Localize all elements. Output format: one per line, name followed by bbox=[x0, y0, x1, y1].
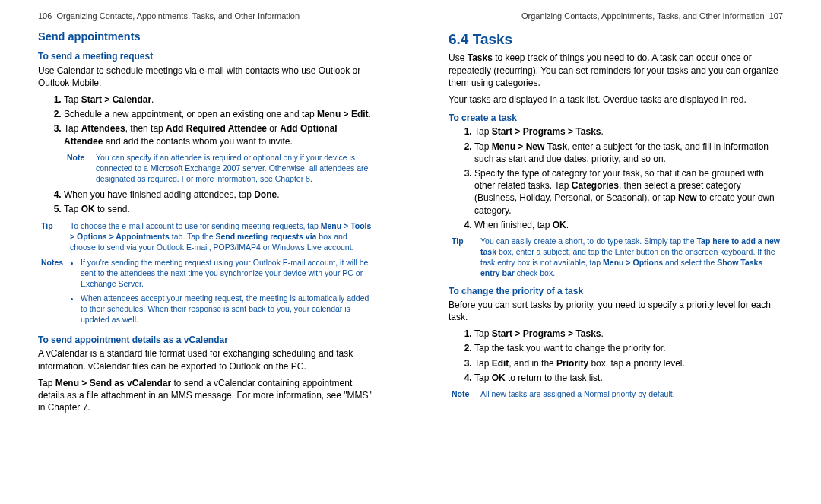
tip-label: Tip bbox=[38, 220, 70, 253]
list-item: Tap OK to send. bbox=[64, 203, 372, 215]
list-item: Tap Attendees, then tap Add Required Att… bbox=[64, 122, 372, 147]
list-item: When finished, tap OK. bbox=[474, 219, 783, 231]
list-item: Tap Start > Calendar. bbox=[64, 94, 372, 106]
page-header-left: 106 Organizing Contacts, Appointments, T… bbox=[38, 11, 372, 22]
tip-block: Tip You can easily create a short, to-do… bbox=[449, 236, 783, 279]
list-item: Tap OK to return to the task list. bbox=[474, 372, 783, 384]
tip-body: To choose the e-mail account to use for … bbox=[70, 220, 372, 253]
note-bullet: If you're sending the meeting request us… bbox=[81, 257, 372, 290]
list-item: Tap Edit, and in the Priority box, tap a… bbox=[474, 357, 783, 369]
notes-label: Notes bbox=[38, 257, 70, 328]
list-item: Tap Start > Programs > Tasks. bbox=[474, 125, 783, 138]
page-left: 106 Organizing Contacts, Appointments, T… bbox=[0, 0, 410, 504]
heading-meeting-request: To send a meeting request bbox=[38, 50, 372, 62]
body-text: Before you can sort tasks by priority, y… bbox=[449, 299, 783, 323]
steps-list: Tap Start > Programs > Tasks. Tap Menu >… bbox=[449, 125, 783, 231]
note-body: You can specify if an attendee is requir… bbox=[96, 152, 372, 185]
notes-body: If you're sending the meeting request us… bbox=[70, 257, 372, 328]
heading-create-task: To create a task bbox=[449, 112, 783, 124]
heading-vcalendar: To send appointment details as a vCalend… bbox=[38, 334, 372, 346]
page-number: 107 bbox=[769, 11, 783, 21]
steps-list: Tap Start > Calendar. Schedule a new app… bbox=[38, 94, 372, 147]
list-item: Tap the task you want to change the prio… bbox=[474, 342, 783, 354]
chapter-title: Organizing Contacts, Appointments, Tasks… bbox=[521, 11, 765, 21]
note-block: Note All new tasks are assigned a Normal… bbox=[449, 388, 783, 399]
tip-body: You can easily create a short, to-do typ… bbox=[480, 236, 783, 279]
steps-list: When you have finished adding attendees,… bbox=[38, 189, 372, 215]
list-item: Tap Menu > New Task, enter a subject for… bbox=[474, 141, 783, 165]
list-item: Tap Start > Programs > Tasks. bbox=[474, 328, 783, 340]
heading-tasks: 6.4 Tasks bbox=[449, 30, 783, 49]
note-block: Note You can specify if an attendee is r… bbox=[38, 152, 372, 185]
body-text: Tap Menu > Send as vCalendar to send a v… bbox=[38, 377, 372, 414]
note-body: All new tasks are assigned a Normal prio… bbox=[480, 388, 675, 399]
page-number: 106 bbox=[38, 11, 52, 21]
tip-block: Tip To choose the e-mail account to use … bbox=[38, 220, 372, 253]
page-header-right: Organizing Contacts, Appointments, Tasks… bbox=[449, 11, 783, 22]
notes-block: Notes If you're sending the meeting requ… bbox=[38, 257, 372, 328]
list-item: When you have finished adding attendees,… bbox=[64, 189, 372, 201]
note-label: Note bbox=[64, 152, 96, 185]
chapter-title: Organizing Contacts, Appointments, Tasks… bbox=[56, 11, 300, 21]
heading-send-appointments: Send appointments bbox=[38, 30, 372, 45]
body-text: Your tasks are displayed in a task list.… bbox=[449, 94, 783, 106]
heading-change-priority: To change the priority of a task bbox=[449, 285, 783, 297]
steps-list: Tap Start > Programs > Tasks. Tap the ta… bbox=[449, 328, 783, 384]
note-bullet: When attendees accept your meeting reque… bbox=[81, 293, 372, 325]
body-text: Use Calendar to schedule meetings via e-… bbox=[38, 65, 372, 89]
page-right: Organizing Contacts, Appointments, Tasks… bbox=[410, 0, 821, 504]
body-text: Use Tasks to keep track of things you ne… bbox=[449, 52, 783, 89]
list-item: Schedule a new appointment, or open an e… bbox=[64, 108, 372, 120]
note-label: Note bbox=[449, 388, 480, 399]
list-item: Specify the type of category for your ta… bbox=[474, 167, 783, 217]
body-text: A vCalendar is a standard file format us… bbox=[38, 347, 372, 372]
tip-label: Tip bbox=[449, 236, 480, 279]
